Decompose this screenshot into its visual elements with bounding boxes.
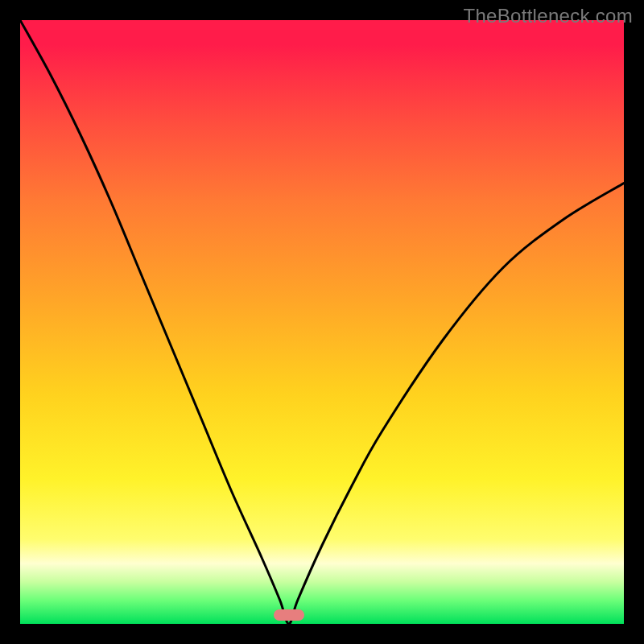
watermark-text: TheBottleneck.com [463, 5, 633, 27]
curve-path [20, 20, 624, 624]
optimum-marker [274, 609, 304, 621]
chart-frame: TheBottleneck.com [0, 0, 644, 644]
plot-area [20, 20, 624, 624]
bottleneck-curve [20, 20, 624, 624]
